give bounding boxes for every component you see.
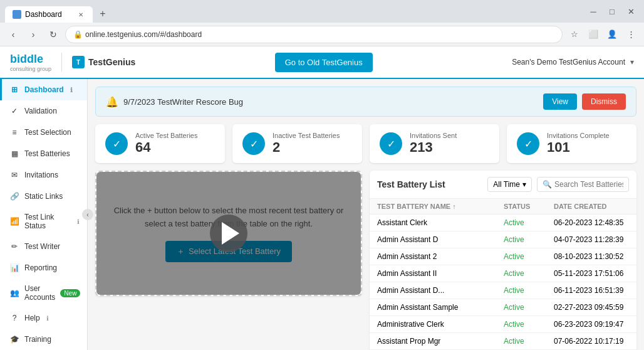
play-button[interactable] (210, 215, 247, 252)
back-button[interactable]: ‹ (5, 26, 21, 43)
invitations-complete-value: 101 (547, 139, 610, 156)
tab-favicon (13, 10, 21, 19)
inactive-batteries-info: Inactive Test Batteries 2 (273, 132, 340, 156)
table-row[interactable]: Admin Assistant IIActive05-11-2023 17:51… (370, 265, 636, 282)
table-row[interactable]: Assistant Prop MgrActive07-06-2022 10:17… (370, 333, 636, 350)
active-tab[interactable]: Dashboard ✕ (5, 6, 93, 23)
search-input[interactable] (554, 180, 623, 189)
sidebar-item-validation[interactable]: ✓ Validation (0, 100, 87, 122)
inactive-batteries-label: Inactive Test Batteries (273, 132, 340, 139)
header-right[interactable]: Sean's Demo TestGenius Account ▾ (512, 58, 634, 66)
stats-row: ✓ Active Test Batteries 64 ✓ Inactive Te… (95, 124, 636, 163)
invitations-sent-label: Invitations Sent (410, 132, 457, 139)
sidebar-item-static-links[interactable]: 🔗 Static Links (0, 186, 87, 207)
main-container: ⊞ Dashboard ℹ ✓ Validation ≡ Test Select… (0, 79, 644, 350)
invitations-complete-label: Invitations Complete (547, 132, 610, 139)
search-box: 🔍 (537, 177, 629, 192)
active-batteries-value: 64 (135, 139, 197, 156)
battery-list-title: Test Battery List (377, 179, 445, 189)
sidebar-item-invitations[interactable]: ✉ Invitations (0, 164, 87, 186)
battery-list-header: Test Battery List All Time ▾ 🔍 (370, 171, 636, 199)
dashboard-icon: ⊞ (9, 85, 19, 95)
profile-button[interactable]: 👤 (604, 26, 620, 43)
menu-button[interactable]: ⋮ (623, 26, 639, 43)
training-icon: 🎓 (9, 334, 19, 344)
sidebar-item-reporting[interactable]: 📊 Reporting (0, 257, 87, 278)
sidebar-wrapper: ⊞ Dashboard ℹ ✓ Validation ≡ Test Select… (0, 79, 88, 350)
left-panel: Click the + button below to select the m… (95, 171, 362, 350)
sidebar-item-training[interactable]: 🎓 Training (0, 329, 87, 350)
browser-nav-icons: ☆ ⬜ 👤 ⋮ (566, 26, 639, 43)
sidebar-item-help[interactable]: ? Help ℹ (0, 307, 87, 329)
tab-close-button[interactable]: ✕ (76, 10, 85, 19)
alert-icon: 🔔 (106, 96, 118, 108)
help-info-icon: ℹ (46, 315, 49, 322)
main-content: 🔔 9/7/2023 TestWriter Rescore Bug View D… (88, 79, 644, 350)
app-header: biddle consulting group T TestGenius Go … (0, 46, 644, 79)
help-icon: ? (9, 313, 19, 323)
invitations-sent-value: 213 (410, 139, 457, 156)
invitations-complete-icon: ✓ (517, 132, 539, 155)
sidebar-item-test-batteries[interactable]: ▦ Test Batteries (0, 143, 87, 164)
sidebar-item-user-accounts[interactable]: 👥 User Accounts New (0, 278, 87, 307)
refresh-button[interactable]: ↻ (45, 26, 61, 43)
user-accounts-badge: New (60, 289, 80, 297)
browser-tabs: Dashboard ✕ + (5, 0, 112, 23)
bookmark-button[interactable]: ☆ (566, 26, 583, 43)
alert-actions: View Dismiss (543, 93, 626, 110)
inactive-batteries-value: 2 (273, 139, 340, 156)
view-button[interactable]: View (543, 93, 577, 110)
dashboard-info-icon: ℹ (70, 87, 73, 93)
table-row[interactable]: Admin Assistant 2Active08-10-2023 11:30:… (370, 248, 636, 265)
forward-button[interactable]: › (25, 26, 41, 43)
static-links-icon: 🔗 (9, 191, 19, 201)
inactive-batteries-icon: ✓ (242, 132, 265, 155)
invitations-sent-info: Invitations Sent 213 (410, 132, 457, 156)
welcome-box: Click the + button below to select the m… (95, 171, 362, 296)
sidebar-item-test-writer[interactable]: ✏ Test Writer (0, 236, 87, 257)
biddle-name: biddle (10, 53, 43, 66)
test-link-info-icon: ℹ (77, 218, 80, 225)
dismiss-button[interactable]: Dismiss (582, 93, 626, 110)
app-container: biddle consulting group T TestGenius Go … (0, 46, 644, 350)
testgenius-logo: T TestGenius (72, 56, 135, 68)
close-button[interactable]: ✕ (623, 3, 639, 19)
video-overlay[interactable] (96, 172, 361, 295)
time-filter-caret-icon: ▾ (522, 180, 526, 189)
table-row[interactable]: Admin Assistant D...Active06-11-2023 16:… (370, 282, 636, 299)
time-filter-dropdown[interactable]: All Time ▾ (487, 177, 532, 192)
maximize-button[interactable]: □ (604, 3, 620, 19)
extensions-button[interactable]: ⬜ (585, 26, 601, 43)
stat-inactive-batteries: ✓ Inactive Test Batteries 2 (232, 124, 362, 163)
table-row[interactable]: Assistant ClerkActive06-20-2023 12:48:35 (370, 215, 636, 231)
sidebar-item-dashboard[interactable]: ⊞ Dashboard ℹ (0, 79, 87, 100)
minimize-button[interactable]: ─ (585, 3, 601, 19)
active-batteries-info: Active Test Batteries 64 (135, 132, 197, 156)
battery-list-panel: Test Battery List All Time ▾ 🔍 (370, 171, 636, 350)
alert-banner: 🔔 9/7/2023 TestWriter Rescore Bug View D… (95, 87, 636, 117)
alert-text: 🔔 9/7/2023 TestWriter Rescore Bug (106, 96, 243, 108)
new-tab-button[interactable]: + (94, 5, 112, 23)
sidebar-toggle-button[interactable]: ‹ (82, 209, 93, 220)
sidebar-item-test-selection[interactable]: ≡ Test Selection (0, 122, 87, 143)
url-text: online.testgenius.com/#/dashboard (85, 30, 202, 39)
account-caret-icon: ▾ (630, 58, 634, 66)
active-batteries-icon: ✓ (105, 132, 128, 155)
table-row[interactable]: Admin Assistant DActive04-07-2023 11:28:… (370, 231, 636, 248)
col-name: TEST BATTERY NAME ↑ (377, 203, 504, 210)
validation-icon: ✓ (9, 106, 19, 116)
table-row[interactable]: Admin Assistant SampleActive02-27-2023 0… (370, 299, 636, 316)
sidebar-item-test-link-status[interactable]: 📶 Test Link Status ℹ (0, 207, 87, 236)
reporting-label: Reporting (24, 263, 57, 272)
go-old-button[interactable]: Go to Old TestGenius (275, 53, 373, 72)
table-row[interactable]: Administrative ClerkActive06-23-2023 09:… (370, 316, 636, 333)
search-icon: 🔍 (543, 180, 552, 189)
battery-list-filters: All Time ▾ 🔍 (487, 177, 629, 192)
address-bar[interactable]: 🔒 online.testgenius.com/#/dashboard (65, 26, 563, 43)
test-link-status-icon: 📶 (9, 216, 19, 226)
col-date: DATE CREATED (554, 203, 629, 210)
header-center: Go to Old TestGenius (275, 53, 373, 72)
stat-invitations-complete: ✓ Invitations Complete 101 (507, 124, 636, 163)
invitations-complete-info: Invitations Complete 101 (547, 132, 610, 156)
battery-list-columns: TEST BATTERY NAME ↑ STATUS DATE CREATED (370, 199, 636, 215)
